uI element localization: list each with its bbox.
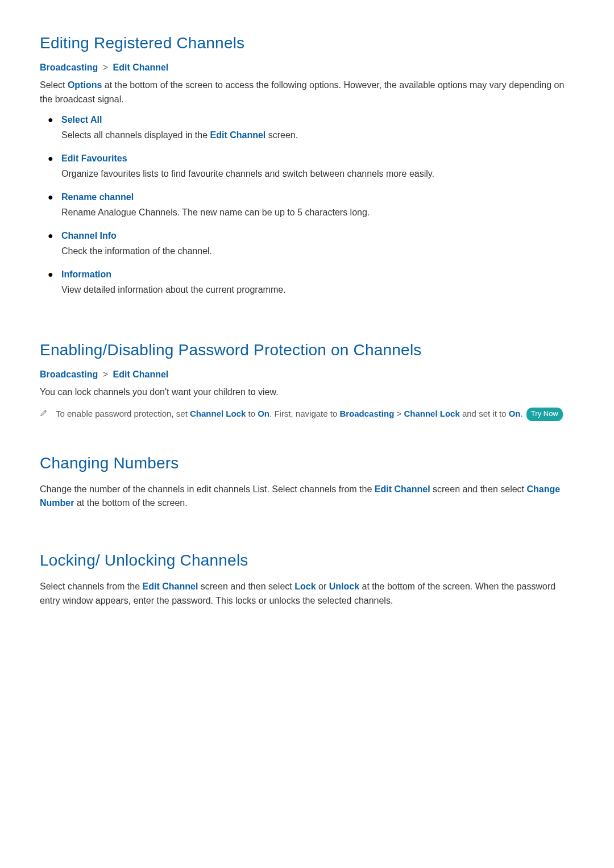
breadcrumb-part: Broadcasting [40, 369, 98, 379]
body-text: You can lock channels you don't want you… [40, 385, 574, 400]
text: at the bottom of the screen. [74, 498, 187, 508]
keyword-on: On [258, 409, 269, 418]
text: . [521, 409, 525, 418]
breadcrumb: Broadcasting > Edit Channel [40, 369, 574, 380]
list-item: ● Information View detailed information … [40, 269, 574, 297]
note-text: To enable password protection, set Chann… [56, 407, 574, 421]
breadcrumb-separator: > [101, 63, 110, 72]
pencil-icon [40, 407, 56, 420]
text: at the bottom of the screen to access th… [40, 80, 564, 104]
keyword-broadcasting: Broadcasting [339, 409, 394, 418]
breadcrumb-part: Broadcasting [40, 63, 98, 72]
bullet-icon: ● [40, 269, 61, 280]
text: and set it to [460, 409, 509, 418]
heading-locking-unlocking: Locking/ Unlocking Channels [40, 551, 574, 570]
keyword-edit-channel: Edit Channel [375, 484, 430, 494]
text: Selects all channels displayed in the [61, 130, 210, 140]
breadcrumb: Broadcasting > Edit Channel [40, 63, 574, 73]
try-now-button[interactable]: Try Now [526, 408, 563, 421]
body-text: Change the number of the channels in edi… [40, 483, 574, 511]
body-text: Select channels from the Edit Channel sc… [40, 580, 574, 608]
bullet-icon: ● [40, 231, 61, 241]
option-desc: Organize favourites lists to find favour… [61, 167, 574, 181]
bullet-icon: ● [40, 115, 61, 125]
list-item: ● Channel Info Check the information of … [40, 231, 574, 258]
page-content: Editing Registered Channels Broadcasting… [0, 0, 614, 650]
option-name-information: Information [61, 269, 111, 280]
option-desc: Selects all channels displayed in the Ed… [61, 128, 574, 142]
text: . First, navigate to [269, 409, 339, 418]
text: Select channels from the [40, 582, 143, 591]
keyword-edit-channel: Edit Channel [143, 582, 198, 591]
option-name-channel-info: Channel Info [61, 231, 117, 241]
heading-password-protection: Enabling/Disabling Password Protection o… [40, 341, 574, 359]
bullet-icon: ● [40, 192, 61, 202]
keyword-lock: Lock [294, 582, 316, 591]
intro-text: Select Options at the bottom of the scre… [40, 78, 574, 107]
list-item: ● Select All Selects all channels displa… [40, 115, 574, 142]
heading-editing-registered-channels: Editing Registered Channels [40, 34, 574, 52]
option-name-select-all: Select All [61, 115, 102, 125]
text: screen and then select [430, 484, 527, 494]
text: screen and then select [198, 582, 294, 591]
keyword-on: On [509, 409, 521, 418]
text: > [394, 409, 404, 418]
list-item: ● Edit Favourites Organize favourites li… [40, 153, 574, 181]
option-name-edit-favourites: Edit Favourites [61, 153, 127, 164]
text: screen. [265, 130, 298, 140]
keyword-channel-lock: Channel Lock [404, 409, 459, 418]
text: Change the number of the channels in edi… [40, 484, 375, 494]
keyword-edit-channel: Edit Channel [210, 130, 266, 140]
text: Select [40, 80, 68, 90]
option-desc: Check the information of the channel. [61, 244, 574, 258]
text: To enable password protection, set [56, 409, 190, 418]
keyword-options: Options [68, 80, 102, 90]
keyword-unlock: Unlock [329, 582, 359, 591]
list-item: ● Rename channel Rename Analogue Channel… [40, 192, 574, 219]
option-name-rename-channel: Rename channel [61, 192, 134, 202]
options-list: ● Select All Selects all channels displa… [40, 115, 574, 297]
breadcrumb-part: Edit Channel [113, 63, 169, 72]
option-desc: View detailed information about the curr… [61, 283, 574, 297]
heading-changing-numbers: Changing Numbers [40, 454, 574, 472]
note: To enable password protection, set Chann… [40, 407, 574, 421]
keyword-channel-lock: Channel Lock [190, 409, 246, 418]
option-desc: Rename Analogue Channels. The new name c… [61, 206, 574, 219]
text: to [246, 409, 258, 418]
breadcrumb-separator: > [101, 369, 110, 379]
breadcrumb-part: Edit Channel [113, 369, 169, 379]
text: or [316, 582, 329, 591]
bullet-icon: ● [40, 153, 61, 164]
